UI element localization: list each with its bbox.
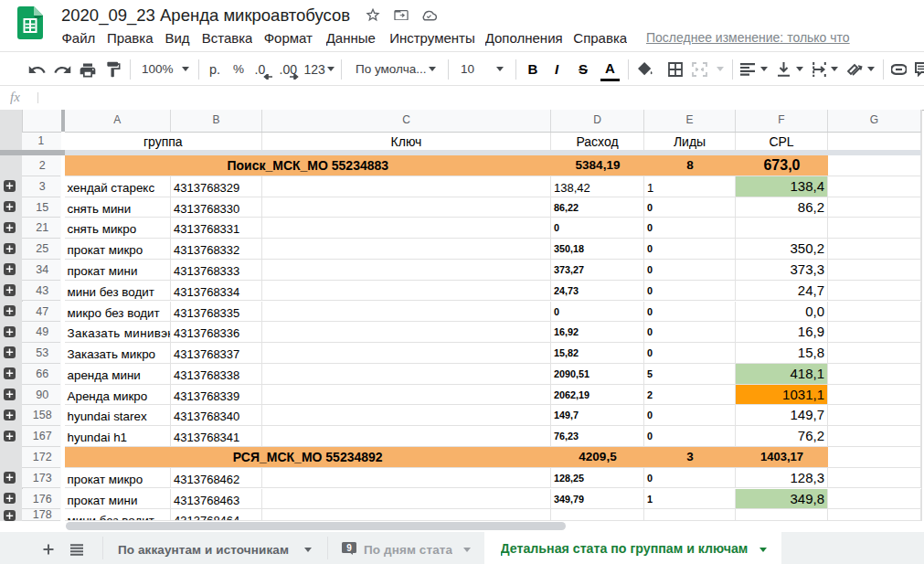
svg-text:9: 9 (346, 543, 352, 553)
